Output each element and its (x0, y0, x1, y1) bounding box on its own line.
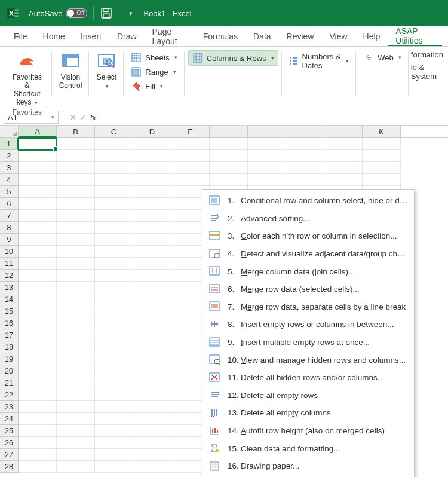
menu-item-16[interactable]: 16.Drawing paper... (202, 457, 414, 475)
row-header[interactable]: 5 (0, 186, 19, 198)
row-header[interactable]: 28 (0, 461, 19, 473)
cell[interactable] (95, 401, 133, 413)
cell[interactable] (57, 377, 95, 389)
column-header[interactable] (286, 126, 324, 137)
web-button[interactable]: Web▾ (360, 50, 405, 65)
menu-item-10[interactable]: 10.View and manage hidden rows and colum… (202, 351, 414, 369)
cell[interactable] (133, 425, 171, 437)
cell[interactable] (95, 174, 133, 186)
cell[interactable] (133, 162, 171, 174)
cell[interactable] (133, 449, 171, 461)
cell[interactable] (95, 138, 133, 150)
vision-control-button[interactable]: VisionControl (56, 50, 86, 91)
sheets-button[interactable]: Sheets▾ (127, 50, 180, 65)
cell[interactable] (57, 365, 95, 377)
cell[interactable] (133, 365, 171, 377)
menu-item-6[interactable]: 6.Merge row data (selected cells)... (202, 280, 414, 298)
column-header[interactable]: A (19, 126, 57, 137)
cell[interactable] (57, 461, 95, 473)
cell[interactable] (95, 162, 133, 174)
cell[interactable] (363, 150, 401, 162)
cell[interactable] (19, 401, 57, 413)
cell[interactable] (19, 365, 57, 377)
cell[interactable] (57, 174, 95, 186)
column-header[interactable]: E (171, 126, 210, 137)
tab-file[interactable]: File (6, 26, 35, 46)
cell[interactable] (57, 138, 95, 150)
cell[interactable] (133, 282, 171, 293)
cell[interactable] (286, 162, 324, 174)
menu-item-5[interactable]: 5.Merge column data (join cells)... (202, 262, 414, 280)
cell[interactable] (133, 401, 171, 413)
cell[interactable] (19, 329, 57, 341)
cell[interactable] (95, 186, 133, 198)
autosave-toggle[interactable]: AutoSave Off (29, 8, 87, 18)
cell[interactable] (95, 270, 133, 282)
cell[interactable] (57, 186, 95, 198)
cell[interactable] (57, 258, 95, 270)
row-header[interactable]: 13 (0, 282, 19, 293)
cell[interactable] (95, 425, 133, 437)
cell[interactable] (210, 150, 248, 162)
cell[interactable] (57, 246, 95, 258)
save-icon[interactable] (100, 7, 113, 20)
menu-item-17[interactable]: 17.Transpose column in multiple steps... (202, 475, 414, 478)
cell[interactable] (286, 150, 324, 162)
cell[interactable] (19, 282, 57, 293)
cell[interactable] (133, 293, 171, 305)
row-header[interactable]: 4 (0, 174, 19, 186)
column-header[interactable] (248, 126, 286, 137)
row-header[interactable]: 23 (0, 401, 19, 413)
cell[interactable] (19, 377, 57, 389)
cell[interactable] (19, 198, 57, 210)
cell[interactable] (19, 413, 57, 425)
menu-item-11[interactable]: 11.Delete all hidden rows and/or columns… (202, 369, 414, 387)
cell[interactable] (19, 317, 57, 329)
cell[interactable] (363, 162, 401, 174)
cell[interactable] (133, 150, 171, 162)
menu-item-8[interactable]: 8.Insert empty rows or columns in betwee… (202, 316, 414, 334)
cell[interactable] (95, 222, 133, 234)
column-header[interactable] (210, 126, 248, 137)
row-header[interactable]: 20 (0, 365, 19, 377)
cell[interactable] (19, 246, 57, 258)
row-header[interactable]: 10 (0, 246, 19, 258)
cell[interactable] (324, 174, 363, 186)
column-header[interactable] (324, 126, 363, 137)
cell[interactable] (133, 377, 171, 389)
row-header[interactable]: 6 (0, 198, 19, 210)
cell[interactable] (19, 425, 57, 437)
formula-input[interactable] (99, 111, 448, 124)
row-header[interactable]: 24 (0, 413, 19, 425)
cell[interactable] (286, 138, 324, 150)
tab-view[interactable]: View (321, 26, 355, 46)
favorites-button[interactable]: Favorites &Shortcut keys ▾ (6, 50, 48, 108)
cell[interactable] (95, 353, 133, 365)
cell[interactable] (19, 389, 57, 401)
cell[interactable] (133, 198, 171, 210)
cell[interactable] (95, 150, 133, 162)
cell[interactable] (133, 389, 171, 401)
cell[interactable] (133, 258, 171, 270)
columns-rows-button[interactable]: Columns & Rows▾ (188, 50, 278, 66)
row-header[interactable]: 16 (0, 317, 19, 329)
tab-formulas[interactable]: Formulas (195, 26, 246, 46)
cell[interactable] (133, 305, 171, 317)
tab-data[interactable]: Data (246, 26, 279, 46)
row-header[interactable]: 17 (0, 329, 19, 341)
row-header[interactable]: 12 (0, 270, 19, 282)
menu-item-13[interactable]: 13.Delete all empty columns (202, 404, 414, 422)
cell[interactable] (95, 461, 133, 473)
row-header[interactable]: 15 (0, 305, 19, 317)
cell[interactable] (95, 365, 133, 377)
tab-page-layout[interactable]: Page Layout (145, 26, 195, 46)
cell[interactable] (19, 353, 57, 365)
menu-item-15[interactable]: 15.Clean data and formatting... (202, 439, 414, 457)
cell[interactable] (57, 413, 95, 425)
cell[interactable] (57, 150, 95, 162)
cell[interactable] (133, 186, 171, 198)
cell[interactable] (57, 305, 95, 317)
menu-item-9[interactable]: 9.Insert multiple empty rows at once... (202, 334, 414, 351)
accept-formula-icon[interactable]: ✓ (80, 113, 87, 122)
cell[interactable] (210, 138, 248, 150)
